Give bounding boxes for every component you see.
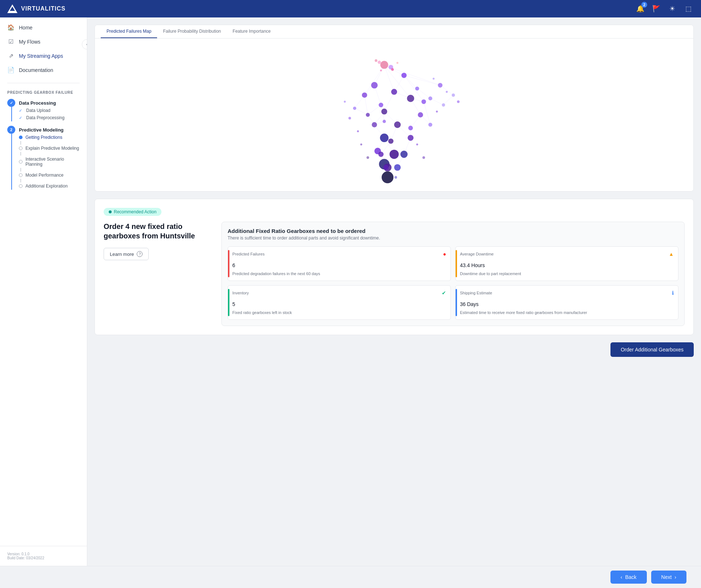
- sidebar-divider: [7, 83, 80, 83]
- metric-desc-shipping: Estimated time to receive more fixed rat…: [460, 310, 674, 315]
- svg-point-47: [378, 61, 381, 64]
- step-header-predictive-modeling[interactable]: 2 Predictive Modeling: [7, 126, 80, 134]
- next-button[interactable]: Next ›: [651, 571, 686, 584]
- svg-point-82: [446, 91, 448, 93]
- svg-point-51: [438, 83, 442, 88]
- svg-point-96: [375, 59, 377, 62]
- sidebar-label-myflows: My Flows: [19, 39, 40, 45]
- svg-line-20: [368, 105, 381, 115]
- svg-point-69: [380, 134, 389, 142]
- graph-tab-feature-importance[interactable]: Feature Importance: [227, 25, 277, 38]
- svg-point-84: [436, 110, 438, 112]
- svg-point-70: [388, 138, 393, 144]
- graph-tab-predicted-failures[interactable]: Predicted Failures Map: [101, 25, 157, 38]
- sidebar-item-myflows[interactable]: ☑ My Flows: [0, 35, 87, 49]
- workflow-step-data-processing: ✓ Data Processing ✓ Data Upload ✓ Data P…: [0, 97, 87, 124]
- substep-connector-1: [20, 141, 21, 145]
- sidebar-item-home[interactable]: 🏠 Home: [0, 20, 87, 35]
- workflow-step-predictive-modeling: 2 Predictive Modeling Getting Prediction…: [0, 124, 87, 192]
- svg-line-3: [384, 65, 410, 98]
- svg-point-78: [383, 165, 388, 170]
- svg-point-65: [428, 123, 432, 127]
- metrics-grid: Predicted Failures ● 6 Predicted degrada…: [228, 246, 678, 320]
- inventory-icon: ✔: [442, 290, 446, 296]
- substep-data-preprocessing[interactable]: ✓ Data Preprocessing: [19, 114, 80, 121]
- svg-line-39: [404, 75, 440, 85]
- step-header-data-processing[interactable]: ✓ Data Processing: [7, 99, 80, 107]
- downtime-icon: ▲: [669, 251, 674, 257]
- svg-point-64: [418, 112, 423, 117]
- sidebar-item-documentation[interactable]: 📄 Documentation: [0, 63, 87, 77]
- substep-scenario-planning[interactable]: Interactive Scenario Planning: [19, 156, 80, 168]
- svg-point-81: [433, 78, 434, 80]
- svg-point-94: [380, 69, 382, 71]
- logo-triangle-icon: [7, 4, 17, 13]
- svg-point-67: [372, 122, 377, 127]
- back-button[interactable]: ‹ Back: [610, 571, 647, 584]
- failures-icon: ●: [443, 251, 446, 257]
- order-additional-gearboxes-button[interactable]: Order Additional Gearboxes: [610, 342, 694, 357]
- svg-point-71: [408, 135, 413, 141]
- graph-card: Predicted Failures Map Failure Probabili…: [95, 25, 694, 192]
- svg-point-88: [360, 144, 362, 145]
- sidebar-item-streaming[interactable]: ⇗ My Streaming Apps: [0, 49, 87, 63]
- theme-button[interactable]: ☀: [667, 3, 678, 14]
- flag-button[interactable]: 🚩: [651, 3, 662, 14]
- svg-point-45: [380, 61, 388, 69]
- learn-more-button[interactable]: Learn more ?: [104, 248, 149, 260]
- svg-point-61: [366, 113, 370, 117]
- streaming-icon: ⇗: [7, 52, 15, 59]
- substep-model-performance[interactable]: Model Performance: [19, 172, 80, 179]
- logout-button[interactable]: ⬚: [683, 3, 694, 14]
- svg-point-59: [353, 106, 356, 110]
- substeps-predictive-modeling: Getting Predictions Explain Predictive M…: [11, 134, 80, 190]
- graph-visualization-area: [95, 39, 693, 191]
- metric-desc-failures: Predicted degradation failures in the ne…: [232, 271, 446, 276]
- graph-tab-distribution[interactable]: Failure Probability Distribution: [157, 25, 227, 38]
- graph-tabs: Predicted Failures Map Failure Probabili…: [95, 25, 693, 39]
- recommended-action-badge: Recommended Action: [104, 208, 161, 216]
- app-logo: VIRTUALITICS: [7, 4, 65, 13]
- metric-desc-downtime: Downtime due to part replacement: [460, 271, 674, 276]
- notifications-button[interactable]: 🔔 2: [635, 3, 646, 14]
- svg-point-54: [407, 95, 414, 102]
- substep-label-predictions: Getting Predictions: [25, 135, 62, 140]
- substep-getting-predictions[interactable]: Getting Predictions: [19, 134, 80, 141]
- substep-data-upload[interactable]: ✓ Data Upload: [19, 107, 80, 114]
- svg-line-15: [430, 98, 444, 105]
- back-label: Back: [625, 574, 636, 580]
- svg-point-93: [391, 68, 394, 71]
- svg-point-75: [400, 151, 408, 158]
- version-text: Version: 0.1.0: [7, 552, 80, 556]
- top-navigation: VIRTUALITICS 🔔 2 🚩 ☀ ⬚: [0, 0, 701, 17]
- substep-label-exploration: Additional Exploration: [25, 184, 68, 189]
- substep-additional-exploration[interactable]: Additional Exploration: [19, 182, 80, 190]
- svg-line-14: [417, 89, 430, 98]
- svg-line-5: [404, 75, 417, 88]
- documentation-icon: 📄: [7, 67, 15, 73]
- substep-label-explain: Explain Predictive Modeling: [25, 146, 79, 151]
- svg-point-85: [344, 101, 346, 102]
- substep-explain-modeling[interactable]: Explain Predictive Modeling: [19, 145, 80, 152]
- svg-point-48: [401, 73, 406, 78]
- svg-point-91: [422, 156, 425, 159]
- svg-point-89: [366, 156, 369, 159]
- step-circle-data-processing: ✓: [7, 99, 15, 107]
- svg-point-86: [348, 117, 351, 119]
- metric-bar-shipping: [456, 289, 457, 316]
- metric-value-inventory: 5: [232, 297, 446, 309]
- svg-line-16: [444, 95, 453, 105]
- metric-bar-failures: [228, 250, 229, 277]
- step-label-data-processing: Data Processing: [19, 100, 56, 106]
- badge-dot-icon: [109, 210, 112, 213]
- svg-point-95: [396, 62, 398, 64]
- nav-icons: 🔔 2 🚩 ☀ ⬚: [635, 3, 694, 14]
- substep-dot-scenario: [19, 160, 23, 164]
- svg-point-68: [394, 121, 401, 128]
- metric-average-downtime: Average Downtime ▲ 43.4 Hours Downtime d…: [455, 246, 678, 281]
- workflow-section-label: PREDICTING GEARBOX FAILURE: [0, 86, 87, 97]
- metric-desc-inventory: Fixed ratio gearboxes left in stock: [232, 310, 446, 315]
- shipping-icon: ℹ: [672, 290, 674, 296]
- step-label-predictive-modeling: Predictive Modeling: [19, 127, 64, 133]
- recommendation-content: Order 4 new fixed ratio gearboxes from H…: [104, 222, 685, 326]
